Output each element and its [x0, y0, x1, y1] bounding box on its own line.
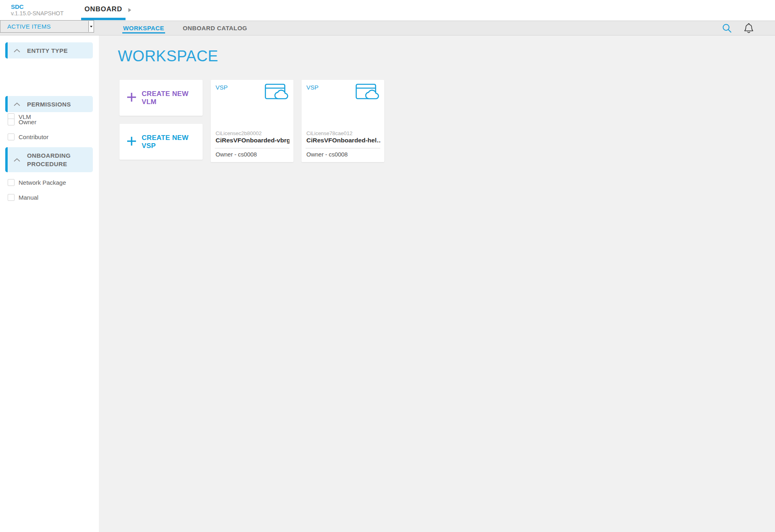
card-permission: Owner - cs0008 — [306, 151, 348, 158]
active-items-select-value: ACTIVE ITEMS — [7, 23, 51, 30]
filter-row-owner[interactable]: Owner — [8, 118, 36, 125]
toolbar-icons — [722, 21, 754, 35]
tab-onboard-catalog[interactable]: ONBOARD CATALOG — [182, 21, 248, 35]
card-name: CiResVFOnboarded-hel… — [306, 137, 380, 144]
tab-onboard[interactable]: ONBOARD — [81, 0, 126, 21]
tab-workspace-label: WORKSPACE — [123, 25, 164, 31]
section-permissions[interactable]: PERMISSIONS — [5, 96, 93, 112]
filter-row-manual[interactable]: Manual — [8, 194, 38, 201]
caret-right-icon[interactable] — [128, 8, 131, 12]
card-name: CiResVFOnboarded-vbrg… — [216, 137, 289, 144]
create-actions-column: CREATE NEW VLM CREATE NEW VSP — [119, 80, 203, 160]
workspace-tabs: WORKSPACE ONBOARD CATALOG — [122, 21, 248, 35]
section-title: ONBOARDING PROCEDURE — [27, 151, 86, 168]
section-title: PERMISSIONS — [27, 100, 71, 108]
tab-onboard-label: ONBOARD — [84, 5, 122, 13]
checkbox-contributor[interactable] — [8, 134, 15, 140]
filter-sidebar: ENTITY TYPE VSP VLM PERMISSIONS Owner Co… — [0, 33, 99, 532]
checkbox-network-package[interactable] — [8, 179, 15, 186]
filter-label: Contributor — [19, 134, 48, 140]
filter-row-network-package[interactable]: Network Package — [8, 179, 66, 186]
vsp-card-1[interactable]: VSP CiLicense78cae012 CiResVFOnboarded-h… — [302, 80, 384, 162]
active-items-select[interactable]: ACTIVE ITEMS — [0, 20, 94, 33]
create-new-vsp-button[interactable]: CREATE NEW VSP — [119, 124, 203, 160]
chevron-up-icon — [14, 102, 20, 106]
checkbox-manual[interactable] — [8, 194, 15, 201]
logo-title: SDC — [11, 4, 63, 10]
card-license: CiLicensec2b80002 — [216, 131, 262, 136]
card-divider — [306, 148, 380, 148]
vsp-cloud-icon — [356, 83, 380, 102]
card-type-label: VSP — [216, 84, 228, 91]
vsp-card-0[interactable]: VSP CiLicensec2b80002 CiResVFOnboarded-v… — [211, 80, 293, 162]
checkbox-owner[interactable] — [8, 119, 15, 125]
dropdown-arrow-icon — [88, 21, 93, 32]
create-new-vsp-label: CREATE NEW VSP — [142, 134, 203, 150]
filter-row-contributor[interactable]: Contributor — [8, 133, 48, 140]
filter-label: Network Package — [19, 179, 66, 186]
logo-version: v.1.15.0-SNAPSHOT — [11, 10, 63, 17]
create-new-vlm-button[interactable]: CREATE NEW VLM — [119, 80, 203, 116]
chevron-up-icon — [14, 158, 20, 162]
card-permission: Owner - cs0008 — [216, 151, 257, 158]
section-title: ENTITY TYPE — [27, 46, 68, 55]
section-onboarding-procedure[interactable]: ONBOARDING PROCEDURE — [5, 147, 93, 172]
main-content: WORKSPACE CREATE NEW VLM CREATE NEW VSP … — [99, 35, 775, 532]
workspace-cards: CREATE NEW VLM CREATE NEW VSP VSP — [119, 80, 384, 162]
card-license: CiLicense78cae012 — [306, 131, 352, 136]
plus-icon — [127, 136, 136, 148]
filter-label: Owner — [19, 119, 36, 125]
sdc-logo: SDC v.1.15.0-SNAPSHOT — [11, 4, 63, 17]
app-header: SDC v.1.15.0-SNAPSHOT ONBOARD — [0, 0, 775, 21]
vsp-cloud-icon — [265, 83, 289, 102]
search-icon[interactable] — [722, 23, 732, 33]
chevron-up-icon — [14, 49, 20, 52]
tab-workspace[interactable]: WORKSPACE — [122, 21, 165, 35]
create-new-vlm-label: CREATE NEW VLM — [142, 90, 203, 106]
card-type-label: VSP — [306, 84, 318, 91]
filter-label: Manual — [19, 194, 38, 201]
section-entity-type[interactable]: ENTITY TYPE — [5, 42, 93, 58]
page-title: WORKSPACE — [118, 48, 218, 65]
plus-icon — [127, 92, 136, 104]
workspace-toolbar: WORKSPACE ONBOARD CATALOG — [0, 21, 775, 35]
bell-icon[interactable] — [744, 23, 754, 33]
card-divider — [215, 148, 289, 148]
tab-onboard-catalog-label: ONBOARD CATALOG — [183, 25, 247, 31]
